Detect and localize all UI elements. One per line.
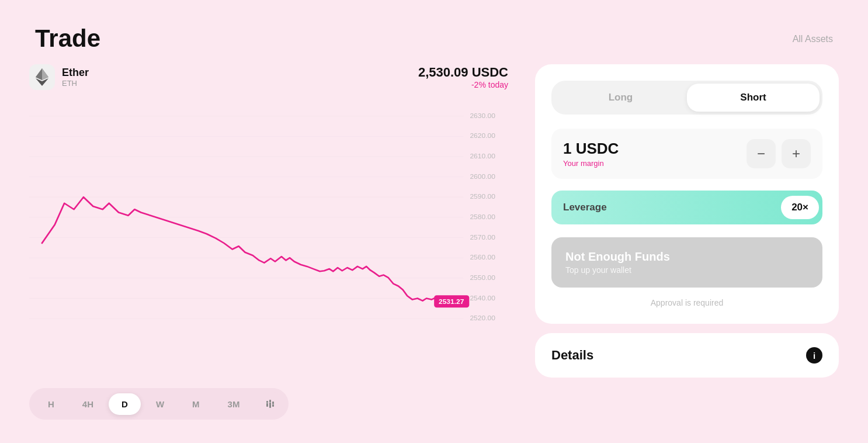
svg-rect-28 [266,401,268,407]
page-title: Trade [35,25,100,53]
funds-subtitle: Top up your wallet [565,265,808,275]
leverage-value: 20× [781,196,819,219]
svg-rect-33 [272,404,274,404]
asset-name: Ether [62,67,89,79]
time-filter-bar: H 4H D W M 3M [29,388,289,420]
details-title: Details [551,348,593,363]
svg-rect-30 [269,400,271,408]
long-short-toggle: Long Short [551,81,822,115]
margin-decrease-button[interactable]: − [747,139,776,168]
margin-label: Your margin [563,159,619,168]
all-assets-link[interactable]: All Assets [793,34,833,44]
asset-price-change: -2% today [418,80,508,89]
svg-marker-2 [42,68,48,80]
not-enough-funds-button[interactable]: Not Enough Funds Top up your wallet [551,237,822,288]
svg-rect-31 [269,402,271,403]
chart-area: Ether ETH 2,530.09 USDC -2% today 2630. [29,64,508,368]
trade-card: Long Short 1 USDC Your margin − + Levera… [535,64,839,324]
time-filter-3m[interactable]: 3M [215,393,253,415]
details-card: Details i [535,333,839,378]
svg-text:2550.00: 2550.00 [470,274,495,281]
asset-header: Ether ETH 2,530.09 USDC -2% today [29,64,508,90]
time-filter-w[interactable]: W [143,393,177,415]
margin-amount: 1 USDC [563,140,619,158]
short-button[interactable]: Short [687,84,820,112]
price-chart: 2630.00 2620.00 2610.00 2600.00 2590.00 … [29,96,508,341]
svg-text:2580.00: 2580.00 [470,213,495,220]
info-icon[interactable]: i [806,347,822,364]
funds-title: Not Enough Funds [565,250,808,264]
svg-rect-29 [266,403,268,403]
svg-text:2560.00: 2560.00 [470,254,495,261]
svg-text:2600.00: 2600.00 [470,172,495,180]
asset-name-group: Ether ETH [62,67,89,88]
margin-controls: − + [747,139,811,168]
margin-row: 1 USDC Your margin − + [551,129,822,179]
svg-text:2590.00: 2590.00 [470,193,495,200]
leverage-row: Leverage 20× [551,191,822,224]
time-filter-4h[interactable]: 4H [70,393,106,415]
chart-container: 2630.00 2620.00 2610.00 2600.00 2590.00 … [29,96,508,341]
svg-text:2620.00: 2620.00 [470,132,495,140]
right-panel: Long Short 1 USDC Your margin − + Levera… [535,64,839,378]
asset-icon [29,64,55,90]
asset-price: 2,530.09 USDC [418,65,508,80]
time-filter-d[interactable]: D [109,393,141,415]
leverage-label: Leverage [563,202,781,213]
svg-text:2520.00: 2520.00 [470,314,495,322]
asset-price-group: 2,530.09 USDC -2% today [418,65,508,89]
long-button[interactable]: Long [554,84,687,112]
chart-type-button[interactable] [258,392,283,416]
svg-text:2610.00: 2610.00 [470,152,495,160]
svg-text:2540.00: 2540.00 [470,294,495,302]
svg-text:2570.00: 2570.00 [470,233,495,241]
svg-marker-3 [36,68,42,80]
svg-text:2531.27: 2531.27 [439,297,464,305]
approval-text: Approval is required [551,298,822,307]
svg-text:2630.00: 2630.00 [470,112,495,119]
margin-info: 1 USDC Your margin [563,140,619,168]
time-filter-m[interactable]: M [179,393,213,415]
margin-increase-button[interactable]: + [782,139,811,168]
asset-ticker: ETH [62,79,89,88]
time-filter-h[interactable]: H [35,393,67,415]
